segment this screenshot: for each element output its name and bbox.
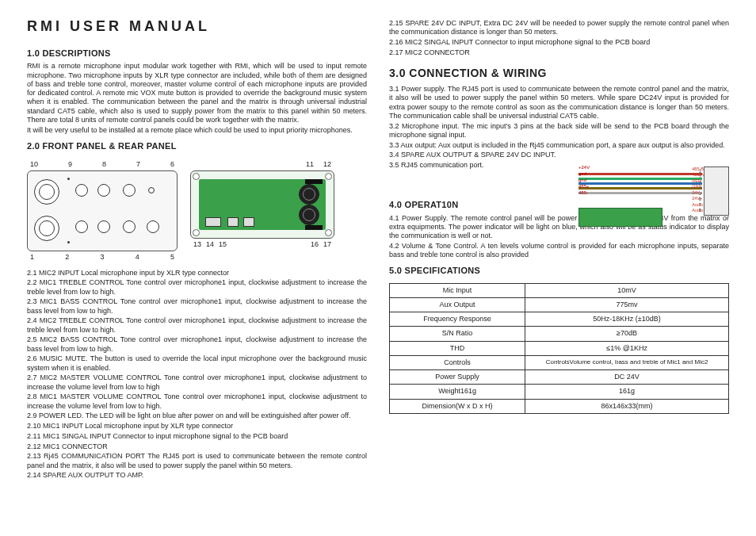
label-1: 1	[30, 253, 34, 262]
wiring-label: gnd	[578, 178, 586, 184]
panel-diagrams: 10 9 8 7 6	[27, 160, 367, 262]
rear-bottom-labels: 13 14 15 16 17	[190, 239, 334, 249]
section-2-cont: 2.15 SPARE 24V DC INPUT, Extra DC 24V wi…	[389, 19, 729, 59]
rj-lab: RED	[692, 178, 704, 185]
wiring-label: 485-	[578, 190, 588, 197]
section-3-heading: 3.0 CONNECTION & WIRING	[389, 67, 729, 81]
spec-key: Frequency Response	[390, 312, 525, 327]
item-2-14: 2.14 SPARE AUX OUTPUT TO AMP.	[27, 471, 367, 480]
label-14: 14	[206, 240, 214, 249]
front-panel-wrap: 10 9 8 7 6	[27, 160, 178, 262]
item-2-4: 2.4 MIC2 TREBLE CONTROL Tone control ove…	[27, 316, 367, 335]
table-row: Aux Output775mv	[390, 297, 729, 312]
label-7: 7	[136, 160, 140, 169]
rj-lab: Audio	[692, 208, 704, 214]
table-row: S/N Ratio≥70dB	[390, 327, 729, 341]
front-bottom-labels: 1 2 3 4 5	[27, 251, 178, 262]
item-2-6: 2.6 MUSIC MUTE. The button is used to ov…	[27, 354, 367, 373]
spec-val: 86x146x33(mm)	[525, 399, 729, 413]
wire-red-icon	[578, 173, 702, 175]
section-1-p2: It will be very useful to be installed a…	[27, 126, 367, 135]
wiring-label: 485+	[578, 184, 590, 190]
rj-lab: 485-B	[692, 167, 704, 173]
screw-hole-icon	[325, 173, 332, 180]
knob-icon	[123, 184, 136, 197]
rear-panel-diagram	[190, 170, 334, 239]
rj-lab: 485-A	[692, 172, 704, 178]
pcb-strip-icon	[578, 208, 662, 227]
item-2-17: 2.17 MIC2 CONNECTOR	[389, 48, 729, 57]
table-row: Power SupplyDC 24V	[390, 370, 729, 385]
knob-icon	[97, 184, 110, 197]
item-2-8: 2.8 MIC1 MASTER VOLUME CONTROL Tone cont…	[27, 392, 367, 411]
item-3-2: 3.2 Microphone input. The mic input's 3 …	[389, 122, 729, 140]
screw-icon	[67, 241, 70, 243]
rj45-icon	[205, 217, 221, 227]
led-icon	[148, 187, 155, 193]
right-column: 2.15 SPARE 24V DC INPUT, Extra DC 24V wi…	[389, 17, 729, 528]
front-top-labels: 10 9 8 7 6	[27, 160, 178, 170]
knob-icon	[97, 220, 110, 233]
label-13: 13	[193, 240, 201, 249]
dc-conn-icon	[243, 217, 254, 227]
screw-hole-icon	[193, 229, 200, 236]
item-2-3: 2.3 MIC1 BASS CONTROL Tone control over …	[27, 297, 367, 316]
table-row: Frequency Response50Hz-18KHz (±10dB)	[390, 312, 729, 327]
item-4-2: 4.2 Volume & Tone Control. A ten levels …	[389, 242, 729, 260]
section-4-wrap: 12345678 +24V gnd gnd 485+ 485- 485-B 48…	[389, 171, 729, 214]
spec-val: 50Hz-18KHz (±10dB)	[525, 312, 729, 327]
wiring-diagram: 12345678 +24V gnd gnd 485+ 485- 485-B 48…	[578, 163, 729, 227]
section-3-list: 3.1 Power supply. The RJ45 port is used …	[389, 85, 729, 171]
spec-key: THD	[390, 341, 525, 355]
spec-key: S/N Ratio	[390, 327, 525, 341]
pin-header-icon	[305, 225, 323, 230]
item-2-7: 2.7 MIC2 MASTER VOLUME CONTROL Tone cont…	[27, 373, 367, 392]
item-2-13: 2.13 Rj45 COMMUNICATION PORT The RJ45 po…	[27, 452, 367, 470]
wire-green-icon	[578, 178, 702, 180]
label-16: 16	[311, 240, 319, 249]
section-2-heading: 2.0 FRONT PANEL & REAR PANEL	[27, 141, 367, 152]
label-4: 4	[136, 253, 139, 262]
label-11: 11	[306, 160, 314, 169]
item-2-15: 2.15 SPARE 24V DC INPUT, Extra DC 24V wi…	[389, 19, 729, 37]
item-2-11: 2.11 MIC1 SINGAL INPUT Connector to inpu…	[27, 432, 367, 441]
section-5-heading: 5.0 SPECIFICATIONS	[389, 266, 729, 277]
rj-lab: GND	[692, 184, 704, 190]
label-15: 15	[219, 240, 227, 249]
spec-val: ≤1% @1KHz	[525, 341, 729, 355]
screw-icon	[67, 178, 70, 180]
table-row: Weight161g161g	[390, 385, 729, 399]
wiring-label: +24V	[578, 165, 590, 171]
label-9: 9	[68, 160, 72, 169]
rj-lab: Audio	[692, 202, 704, 209]
pin-header-icon	[305, 179, 323, 184]
table-row: Mic Input10mV	[390, 283, 729, 297]
spec-key: Mic Input	[390, 283, 525, 297]
section-2-list: 2.1 MIC2 INPUT Local microphone input by…	[27, 269, 367, 482]
aux-conn-icon	[227, 217, 239, 227]
item-3-4: 3.4 SPARE AUX OUTPUT & SPARE 24V DC INPU…	[389, 151, 729, 159]
wire-brown-icon	[578, 187, 702, 190]
rear-panel-wrap: 11 12 13	[190, 160, 334, 250]
spec-val: ControlsVolume control, bass and treble …	[525, 355, 729, 369]
wire-blue-icon	[578, 182, 702, 185]
label-6: 6	[170, 160, 174, 169]
left-column: RMI USER MANUAL 1.0 DESCRIPTIONS RMI is …	[27, 17, 367, 528]
spec-val: DC 24V	[525, 370, 729, 385]
spec-key: Power Supply	[390, 370, 525, 385]
manual-page: RMI USER MANUAL 1.0 DESCRIPTIONS RMI is …	[0, 0, 756, 536]
label-17: 17	[323, 240, 331, 249]
item-3-1: 3.1 Power supply. The RJ45 port is used …	[389, 85, 729, 121]
label-3: 3	[100, 253, 104, 262]
spec-val: ≥70dB	[525, 327, 729, 341]
wiring-label: gnd	[578, 171, 586, 178]
wire-grey-icon	[578, 192, 702, 194]
item-2-5: 2.5 MIC2 BASS CONTROL Tone control over …	[27, 335, 367, 354]
xlr-bottom-icon	[34, 216, 59, 241]
item-2-9: 2.9 POWER LED. The LED will be light on …	[27, 412, 367, 420]
item-2-12: 2.12 MIC1 CONNECTOR	[27, 442, 367, 451]
label-10: 10	[30, 160, 38, 169]
item-2-10: 2.10 MIC1 INPUT Local microphone input b…	[27, 422, 367, 431]
knob-icon	[75, 184, 88, 197]
spec-key: Controls	[390, 355, 525, 369]
